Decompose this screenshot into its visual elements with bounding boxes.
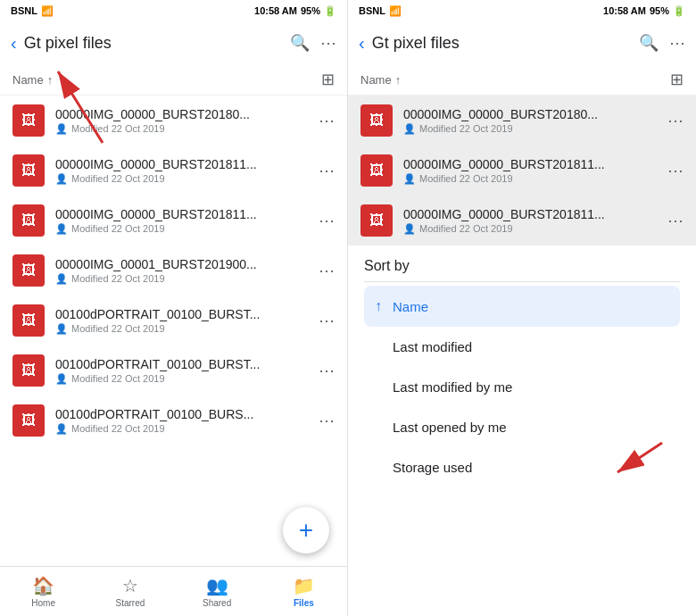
file-more-5[interactable]: ⋯: [319, 361, 335, 380]
file-date-1: Modified 22 Oct 2019: [71, 173, 165, 184]
file-name-2: 00000IMG_00000_BURST201811...: [55, 207, 308, 221]
file-thumb-3: 🖼: [12, 254, 45, 287]
left-back-button[interactable]: ‹: [11, 33, 17, 54]
file-more-3[interactable]: ⋯: [319, 261, 335, 280]
nav-home[interactable]: 🏠 Home: [0, 567, 87, 616]
sort-name-label: Name: [393, 299, 428, 314]
file-meta-3: 👤 Modified 22 Oct 2019: [55, 273, 308, 285]
image-icon-r1: 🖼: [369, 162, 384, 179]
right-title: Gt pixel files: [372, 34, 632, 53]
image-icon-r0: 🖼: [369, 112, 384, 129]
left-status-bar: BSNL 📶 10:58 AM 95% 🔋: [0, 0, 347, 21]
left-more-icon[interactable]: ⋯: [320, 33, 336, 53]
file-info-r2: 00000IMG_00000_BURST201811... 👤 Modified…: [403, 207, 657, 235]
shared-icon-2: 👤: [55, 223, 68, 235]
nav-shared[interactable]: 👥 Shared: [174, 567, 261, 616]
file-thumb-r0: 🖼: [360, 104, 393, 137]
file-date-r2: Modified 22 Oct 2019: [419, 223, 513, 234]
file-more-1[interactable]: ⋯: [319, 161, 335, 180]
file-info-r1: 00000IMG_00000_BURST201811... 👤 Modified…: [403, 157, 657, 185]
right-sort-label[interactable]: Name ↑: [360, 73, 401, 87]
sort-option-storage-used[interactable]: Storage used: [364, 447, 680, 487]
file-info-r0: 00000IMG_00000_BURST20180... 👤 Modified …: [403, 107, 657, 135]
svg-line-3: [617, 443, 662, 472]
shared-icon-1: 👤: [55, 173, 68, 185]
left-top-bar: ‹ Gt pixel files 🔍 ⋯: [0, 21, 347, 64]
right-sort-arrow: ↑: [395, 73, 402, 87]
file-info-6: 00100dPORTRAIT_00100_BURS... 👤 Modified …: [55, 407, 308, 435]
sort-last-modified-by-me-label: Last modified by me: [393, 379, 512, 395]
table-row: 🖼 00000IMG_00000_BURST20180... 👤 Modifie…: [348, 96, 696, 146]
time-right: 10:58 AM: [603, 5, 646, 16]
file-thumb-4: 🖼: [12, 304, 45, 337]
left-file-list: 🖼 00000IMG_00000_BURST20180... 👤 Modifie…: [0, 96, 347, 566]
sort-divider: [364, 281, 680, 282]
storage-arrow-annotation: [600, 438, 671, 483]
file-more-0[interactable]: ⋯: [319, 111, 335, 130]
right-file-list-dimmed: 🖼 00000IMG_00000_BURST20180... 👤 Modifie…: [348, 96, 696, 246]
home-icon: 🏠: [32, 575, 54, 596]
left-status-right: 10:58 AM 95% 🔋: [254, 5, 336, 17]
file-more-6[interactable]: ⋯: [319, 411, 335, 430]
file-info-4: 00100dPORTRAIT_00100_BURST... 👤 Modified…: [55, 307, 308, 335]
nav-starred-label: Starred: [115, 598, 145, 608]
battery-pct-left: 95%: [301, 5, 320, 16]
sort-last-modified-label: Last modified: [393, 339, 472, 354]
right-panel: BSNL 📶 10:58 AM 95% 🔋 ‹ Gt pixel files 🔍…: [348, 0, 696, 616]
nav-home-label: Home: [31, 598, 55, 608]
file-meta-r1: 👤 Modified 22 Oct 2019: [403, 173, 657, 185]
file-meta-6: 👤 Modified 22 Oct 2019: [55, 423, 308, 435]
sort-option-last-modified[interactable]: Last modified: [364, 327, 680, 367]
shared-icon-4: 👤: [55, 323, 68, 335]
nav-files[interactable]: 📁 Files: [261, 567, 347, 616]
file-thumb-1: 🖼: [12, 154, 45, 187]
nav-starred[interactable]: ☆ Starred: [87, 567, 173, 616]
file-meta-2: 👤 Modified 22 Oct 2019: [55, 223, 308, 235]
left-panel: BSNL 📶 10:58 AM 95% 🔋 ‹ Gt pixel files 🔍…: [0, 0, 348, 616]
battery-icon-right: 🔋: [673, 5, 685, 17]
table-row[interactable]: 🖼 00100dPORTRAIT_00100_BURST... 👤 Modifi…: [0, 296, 347, 345]
table-row[interactable]: 🖼 00000IMG_00000_BURST201811... 👤 Modifi…: [0, 196, 347, 246]
sort-option-name[interactable]: ↑ Name: [364, 286, 680, 327]
left-search-icon[interactable]: 🔍: [290, 33, 310, 53]
file-name-r0: 00000IMG_00000_BURST20180...: [403, 107, 657, 121]
right-back-button[interactable]: ‹: [359, 33, 365, 54]
file-name-3: 00000IMG_00001_BURST201900...: [55, 257, 308, 271]
fab-button[interactable]: +: [283, 507, 329, 554]
left-bottom-nav: 🏠 Home ☆ Starred 👥 Shared 📁 Files: [0, 566, 347, 616]
fab-plus-icon: +: [299, 516, 313, 545]
shared-icon-6: 👤: [55, 423, 68, 435]
file-name-5: 00100dPORTRAIT_00100_BURST...: [55, 357, 308, 371]
right-grid-toggle[interactable]: ⊞: [670, 70, 684, 89]
file-thumb-5: 🖼: [12, 354, 45, 387]
file-meta-r0: 👤 Modified 22 Oct 2019: [403, 123, 657, 135]
image-icon-1: 🖼: [21, 162, 36, 179]
left-grid-toggle[interactable]: ⊞: [321, 70, 335, 89]
sort-option-last-modified-by-me[interactable]: Last modified by me: [364, 367, 680, 407]
image-icon-5: 🖼: [21, 362, 36, 379]
file-more-4[interactable]: ⋯: [319, 311, 335, 330]
nav-files-label: Files: [294, 598, 314, 608]
sort-by-title: Sort by: [364, 258, 680, 274]
table-row[interactable]: 🖼 00100dPORTRAIT_00100_BURS... 👤 Modifie…: [0, 395, 347, 445]
table-row[interactable]: 🖼 00100dPORTRAIT_00100_BURST... 👤 Modifi…: [0, 345, 347, 395]
right-search-icon[interactable]: 🔍: [639, 33, 659, 53]
file-meta-r2: 👤 Modified 22 Oct 2019: [403, 223, 657, 235]
right-sort-row: Name ↑ ⊞: [348, 64, 696, 96]
battery-pct-right: 95%: [650, 5, 669, 16]
table-row[interactable]: 🖼 00000IMG_00001_BURST201900... 👤 Modifi…: [0, 246, 347, 296]
file-meta-4: 👤 Modified 22 Oct 2019: [55, 323, 308, 335]
file-more-r1: ⋯: [667, 161, 684, 180]
right-more-icon[interactable]: ⋯: [669, 33, 685, 53]
sort-arrow-annotation: [31, 62, 138, 152]
battery-icon-left: 🔋: [324, 5, 336, 17]
file-name-r2: 00000IMG_00000_BURST201811...: [403, 207, 657, 221]
table-row[interactable]: 🖼 00000IMG_00000_BURST201811... 👤 Modifi…: [0, 146, 347, 196]
file-date-2: Modified 22 Oct 2019: [71, 223, 165, 234]
file-name-r1: 00000IMG_00000_BURST201811...: [403, 157, 657, 171]
svg-line-1: [58, 71, 103, 143]
file-date-4: Modified 22 Oct 2019: [71, 323, 165, 334]
right-status-left: BSNL 📶: [359, 5, 402, 17]
file-more-2[interactable]: ⋯: [319, 211, 335, 230]
file-thumb-r1: 🖼: [360, 154, 393, 187]
